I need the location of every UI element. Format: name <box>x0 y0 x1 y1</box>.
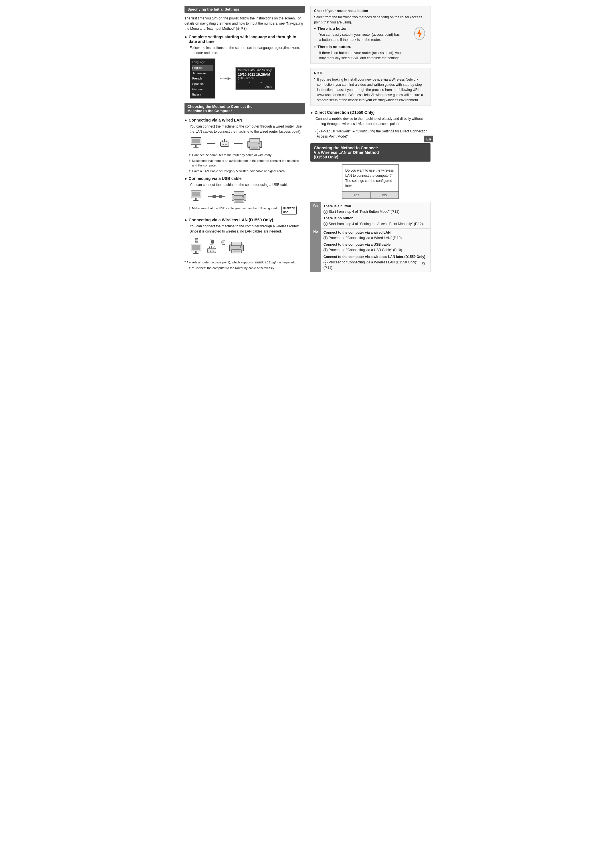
usb-diagram <box>190 190 304 203</box>
no-bold2: Connect to the computer via a USB cable <box>323 243 391 246</box>
no-ref3: Proceed to "Connecting via a Wireless LA… <box>323 260 417 270</box>
wireless-method-header: Choosing the Method to Connect: Via Wire… <box>311 143 431 162</box>
yes-bold2: There is no button. <box>323 216 354 220</box>
wireless-dagger-note: † Connect the computer to the router by … <box>189 266 304 271</box>
yes-label: Yes <box>311 202 321 229</box>
datetime-box: Current Date/Time Settings 10/10 2011 10… <box>236 67 275 90</box>
yes-circle2: ⊕ <box>323 222 328 226</box>
svg-rect-11 <box>250 139 260 142</box>
svg-line-5 <box>222 140 223 142</box>
circle-ref-icon: e <box>315 129 320 134</box>
direct-connection-ref: e e-Manual "Network" ► "Configuring the … <box>315 129 431 139</box>
yes-row: Yes There is a button. ⊕ Start from step… <box>311 202 431 229</box>
wired-note-3: Have a LAN Cable of Category 5 twisted-p… <box>189 169 304 174</box>
page-number: 9 <box>422 262 425 266</box>
bullet-wireless-lan: Connecting via a Wireless LAN (D1550 Onl… <box>184 218 304 222</box>
lang-german: German <box>192 87 213 92</box>
printer-icon-wireless <box>229 240 244 253</box>
direct-connection-body: Connect a mobile device to the machine w… <box>315 116 431 126</box>
lightning-icon-area <box>412 26 427 42</box>
usb-badge: HI-SPEEDUSB <box>281 206 297 215</box>
dt-range: (0:00-12:59) <box>238 76 273 80</box>
bullet-complete-settings-body: Follow the instructions on the screen, s… <box>190 45 304 56</box>
section1-intro: The first time you turn on the power, fo… <box>184 16 304 31</box>
svg-rect-4 <box>220 142 229 146</box>
computer-icon-usb <box>190 190 203 203</box>
router-icon-wireless <box>207 245 217 255</box>
no-circle3: ⊕ <box>323 260 328 265</box>
check-router-bullets: There is a button. You can easily setup … <box>314 26 427 61</box>
en-tab: En <box>424 136 433 142</box>
bullet-direct-connection: Direct Connection (D1550 Only) <box>311 110 431 115</box>
wireless-diagram: ))) ))) <box>190 237 304 257</box>
yes-no-table: Yes There is a button. ⊕ Start from step… <box>311 202 431 272</box>
wired-note-2: Make sure that there is an available por… <box>189 159 304 168</box>
svg-rect-17 <box>194 200 198 201</box>
computer-icon <box>190 137 203 150</box>
computer-wireless: ))) <box>190 237 203 257</box>
no-ref1: Proceed to "Connecting via a Wired LAN" … <box>329 236 403 240</box>
router-bullet1-body: You can easily setup if your router (acc… <box>319 32 401 42</box>
dialog-yes-btn[interactable]: Yes <box>342 192 371 198</box>
wired-lan-diagram <box>190 137 304 150</box>
note-text: If you are looking to install your new d… <box>317 77 427 103</box>
dialog-no-btn[interactable]: No <box>371 192 399 198</box>
dt-title: Current Date/Time Settings <box>238 69 273 72</box>
yes-bold1: There is a button. <box>323 204 352 208</box>
usb-cable-icon <box>207 194 227 199</box>
svg-rect-30 <box>192 245 200 250</box>
svg-rect-18 <box>192 192 200 196</box>
no-bold3: Connect to the computer via a wireless L… <box>323 255 425 259</box>
lang-japanese: Japanese <box>192 71 213 76</box>
no-ref2: Proceed to "Connecting via a USB Cable" … <box>329 248 403 252</box>
note-box: NOTE • If you are looking to install you… <box>311 68 431 106</box>
svg-rect-16 <box>195 198 197 200</box>
no-circle2: ⊕ <box>323 248 328 252</box>
check-router-intro: Select from the following two methods de… <box>314 15 427 25</box>
note-label: NOTE <box>314 71 427 75</box>
yes-ref1: Start from step 4 of "Push Button Mode" … <box>329 210 400 213</box>
svg-rect-23 <box>234 192 244 195</box>
svg-line-7 <box>226 140 227 142</box>
no-bold1: Connect to the computer via a wired LAN <box>323 231 391 235</box>
no-circle1: ⊕ <box>323 236 328 240</box>
right-column: Check if your router has a button Select… <box>311 6 431 272</box>
yes-circle1: ⊕ <box>323 210 328 214</box>
lang-english: English <box>192 65 213 71</box>
bullet-usb: Connecting via a USB cable <box>184 176 304 181</box>
lang-italian: Italian <box>192 92 213 97</box>
usb-note: Make sure that the USB cable you use has… <box>189 206 304 215</box>
svg-rect-21 <box>219 195 222 198</box>
svg-point-36 <box>212 251 214 252</box>
svg-rect-28 <box>195 251 197 253</box>
svg-rect-20 <box>212 195 216 198</box>
router-icon <box>220 139 230 148</box>
router-bullet1: There is a button. <box>314 26 401 31</box>
left-column: Specifying the Initial Settings The firs… <box>184 6 304 272</box>
dt-controls: ‹ ∧ ∨ › <box>238 81 273 84</box>
svg-rect-25 <box>236 200 243 202</box>
svg-rect-1 <box>195 145 197 147</box>
dt-value: 10/10 2011 10:26AM <box>238 73 273 76</box>
arrow-dots: ········► <box>220 75 231 81</box>
bullet-wired-lan: Connecting via a Wired LAN <box>184 118 304 122</box>
router-bullet2-body: If there is no button on your router (ac… <box>319 50 401 61</box>
no-label: No <box>311 228 321 272</box>
lang-spanish: Spanish <box>192 81 213 87</box>
waves-right: ((( <box>221 239 224 245</box>
router-bullet2: There is no button. <box>314 45 401 49</box>
svg-point-9 <box>225 144 226 145</box>
wireless-star-note: * A wireless router (access point), whic… <box>184 260 304 265</box>
svg-rect-29 <box>194 253 198 254</box>
router-wireless: ))) <box>207 238 217 256</box>
lan-cable1 <box>207 143 215 144</box>
svg-rect-13 <box>251 147 258 149</box>
wireless-lan-body: You can connect the machine to the compu… <box>190 224 304 234</box>
language-list-box: Language English Japanese French Spanish… <box>190 58 215 99</box>
wireless-dialog-body: Do you want to use the wireless LAN to c… <box>342 165 398 191</box>
svg-line-32 <box>209 246 210 248</box>
printer-icon-wired <box>247 137 262 150</box>
lang-label: Language <box>192 60 213 65</box>
section1-header: Specifying the Initial Settings <box>184 6 304 13</box>
waves-right-container: ((( <box>221 239 224 256</box>
